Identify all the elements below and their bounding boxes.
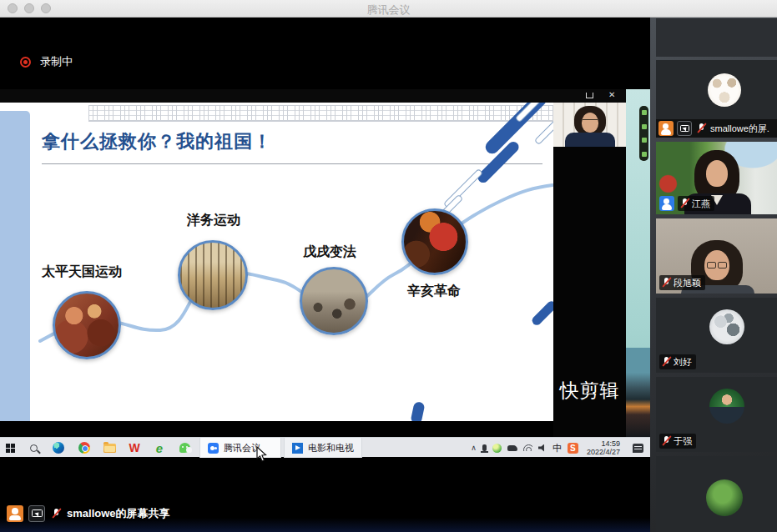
floating-video-titlebar: ✕ (0, 89, 626, 103)
participants-sidebar: smallowe的屏. 江燕 (650, 18, 777, 532)
ie-icon: e (156, 441, 163, 455)
participant-name: 刘好 (674, 356, 692, 369)
timeline-photo-taiping (53, 291, 121, 359)
edge-icon (53, 442, 64, 454)
timeline-label-taiping: 太平天国运动 (42, 263, 122, 281)
tray-time: 14:59 (587, 439, 620, 448)
participant-tile-partial-top[interactable] (656, 18, 777, 57)
participant-tile-yuqiang[interactable]: 于强 (656, 377, 777, 452)
taskbar-wechat-button[interactable] (178, 438, 191, 458)
avatar-cat (709, 309, 744, 344)
timeline-photo-yangwu (178, 240, 248, 310)
tray-ime-indicator[interactable]: 中 (552, 442, 562, 454)
taskbar-window-tencent-meeting[interactable]: 腾讯会议 (199, 438, 281, 458)
mic-muted-icon (660, 355, 672, 369)
tray-action-center-icon[interactable] (633, 444, 643, 453)
recording-label: 录制中 (40, 54, 73, 69)
member-badge-icon (659, 196, 674, 211)
tencent-meeting-icon (208, 443, 219, 454)
shared-screen: ✕ 拿什么拯救你？我的祖国！ (0, 89, 650, 457)
mic-muted-icon (50, 507, 62, 520)
meeting-stage: 录制中 ✕ 拿什么拯救你？我的祖国！ (0, 18, 650, 532)
desktop-wallpaper-landscape (626, 348, 650, 437)
participant-face (706, 160, 728, 187)
recording-dot-icon (20, 57, 31, 68)
taskbar-explorer-button[interactable] (103, 438, 116, 458)
screen-share-icon (28, 505, 45, 522)
system-tray: ∧ 中 S 14:59 2022/4/27 (471, 438, 643, 458)
mic-muted-icon (660, 434, 672, 448)
tray-antivirus-icon[interactable] (492, 444, 502, 453)
recording-indicator: 录制中 (20, 54, 73, 69)
avatar-cat (708, 73, 741, 107)
participant-status-bar: smallowe的屏. (656, 119, 777, 138)
tray-chevron-icon[interactable]: ∧ (471, 444, 477, 452)
participant-tile-liuhao[interactable]: 刘好 (656, 298, 777, 373)
wps-icon: W (129, 441, 139, 454)
taskbar-ie-button[interactable]: e (153, 438, 166, 458)
mic-level-meter (639, 106, 648, 161)
taskbar-chrome-button[interactable] (78, 438, 91, 458)
participant-name: 段旭颖 (674, 277, 701, 289)
taskbar-window-label: 电影和电视 (308, 442, 354, 454)
mic-muted-icon (695, 122, 707, 135)
share-banner-label: smallowe的屏幕共享 (67, 506, 170, 521)
tray-mic-icon[interactable] (482, 444, 487, 451)
tray-device-icon[interactable] (507, 445, 517, 451)
host-badge-icon (7, 505, 23, 522)
participant-status-bar: 段旭颖 (659, 275, 705, 290)
timeline-label-xinhai: 辛亥革命 (407, 283, 461, 300)
tray-volume-icon[interactable] (538, 444, 547, 452)
participant-tile-smallowe[interactable]: smallowe的屏. (656, 60, 777, 138)
timeline-photo-wuxu (300, 267, 368, 335)
host-badge-icon (658, 121, 674, 136)
participant-name: 于强 (674, 435, 692, 448)
tray-sogou-icon[interactable]: S (568, 443, 578, 454)
mic-muted-icon (660, 276, 672, 289)
participant-status-bar: 刘好 (659, 354, 696, 369)
mic-level-segment (642, 110, 647, 115)
presentation-slide: 拿什么拯救你？我的祖国！ 太平天国运动 洋务运动 (0, 103, 555, 421)
participant-tile-jiangyan[interactable]: 江燕 (656, 142, 777, 214)
tray-clock[interactable]: 14:59 2022/4/27 (587, 439, 620, 456)
participant-status-bar: 江燕 (659, 196, 714, 211)
screen-share-icon (677, 121, 692, 136)
mic-muted-icon (679, 197, 690, 210)
participant-name: smallowe的屏. (710, 123, 769, 135)
presenter-face (582, 113, 598, 133)
timeline-photo-xinhai (401, 208, 468, 275)
participant-glasses (706, 262, 728, 268)
window-title: 腾讯会议 (0, 3, 777, 18)
timeline-label-yangwu: 洋务运动 (187, 212, 240, 229)
windows-logo-icon (6, 444, 15, 453)
search-icon (30, 444, 38, 452)
taskbar-wps-button[interactable]: W (128, 438, 141, 458)
avatar-portrait (709, 389, 744, 424)
app-window: 腾讯会议 录制中 ✕ 拿什么拯救你？我的祖国！ (0, 0, 777, 532)
background-app-window: 快剪辑 (553, 103, 626, 437)
screen-share-banner: smallowe的屏幕共享 (7, 505, 170, 522)
participant-tile-duanxuying[interactable]: 段旭颖 (656, 218, 777, 294)
taskbar-search-button[interactable] (27, 438, 40, 458)
mic-level-segment (642, 138, 647, 143)
windows-taskbar: W e 腾讯会议 电影和电视 ∧ 中 (0, 437, 650, 457)
minimize-icon[interactable] (586, 93, 593, 98)
close-icon[interactable]: ✕ (608, 90, 615, 99)
participant-status-bar: 于强 (659, 434, 696, 449)
tray-date: 2022/4/27 (587, 448, 620, 456)
chrome-icon (78, 442, 90, 454)
mic-level-segment (642, 124, 647, 129)
taskbar-edge-button[interactable] (52, 438, 65, 458)
participant-name: 江燕 (692, 198, 710, 210)
timeline-curve (0, 103, 555, 421)
participant-tile-partial-bottom[interactable] (656, 456, 777, 532)
folder-icon (103, 444, 116, 453)
start-button[interactable] (3, 438, 17, 458)
taskbar-window-movies-tv[interactable]: 电影和电视 (284, 438, 362, 458)
avatar-partial (706, 479, 743, 516)
tray-network-icon[interactable] (523, 444, 532, 451)
presenter-glasses (583, 119, 598, 123)
presenter-body (565, 133, 615, 147)
mouse-cursor (255, 446, 267, 463)
timeline-label-wuxu: 戊戌变法 (303, 243, 356, 261)
